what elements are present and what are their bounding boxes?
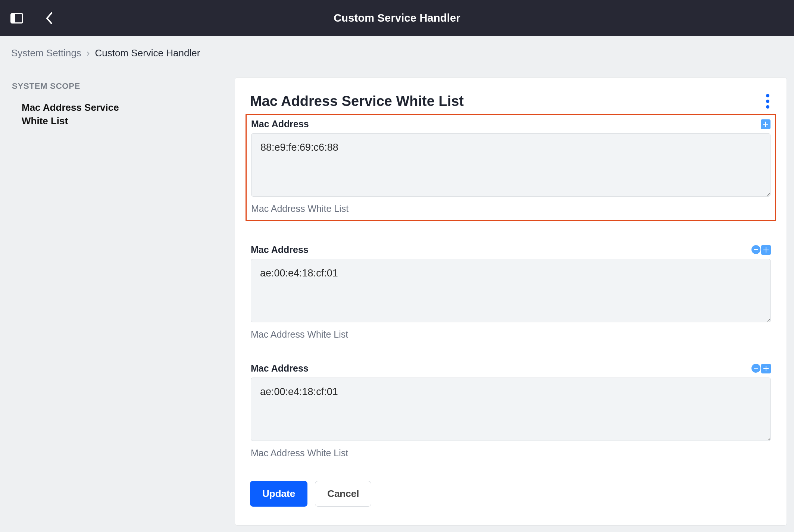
cancel-button[interactable]: Cancel [315, 481, 371, 507]
back-icon[interactable] [46, 12, 53, 24]
sidebar-item-mac-whitelist[interactable]: Mac Address Service White List [11, 101, 146, 128]
more-options-icon[interactable] [764, 93, 772, 110]
chevron-right-icon: › [87, 47, 90, 59]
update-button[interactable]: Update [250, 481, 307, 507]
breadcrumb-current: Custom Service Handler [95, 47, 200, 59]
card-title: Mac Address Service White List [250, 93, 464, 109]
settings-card: Mac Address Service White List Mac Addre… [235, 78, 787, 525]
field-group: Mac Address Mac Address White List [246, 114, 776, 221]
field-helper: Mac Address White List [251, 203, 770, 214]
sidebar: SYSTEM SCOPE Mac Address Service White L… [11, 78, 220, 525]
mac-address-input[interactable] [251, 378, 771, 441]
field-label: Mac Address [251, 244, 309, 255]
field-group: Mac Address Mac Address White List [250, 359, 772, 459]
field-helper: Mac Address White List [251, 329, 771, 340]
remove-icon[interactable] [751, 245, 760, 254]
field-label: Mac Address [251, 119, 309, 129]
add-icon[interactable] [761, 245, 771, 255]
mac-address-input[interactable] [251, 133, 770, 197]
field-label: Mac Address [251, 363, 309, 374]
breadcrumb: System Settings › Custom Service Handler [0, 36, 794, 63]
svg-rect-1 [12, 14, 15, 22]
page-title: Custom Service Handler [0, 12, 794, 24]
sidebar-heading: SYSTEM SCOPE [12, 81, 220, 91]
field-group: Mac Address Mac Address White List [250, 241, 772, 340]
add-icon[interactable] [761, 364, 771, 373]
add-icon[interactable] [761, 119, 770, 129]
breadcrumb-parent[interactable]: System Settings [11, 47, 81, 59]
mac-address-input[interactable] [251, 259, 771, 322]
panel-toggle-icon[interactable] [10, 13, 23, 24]
field-helper: Mac Address White List [251, 448, 771, 459]
remove-icon[interactable] [751, 364, 760, 373]
app-header: Custom Service Handler [0, 0, 794, 36]
